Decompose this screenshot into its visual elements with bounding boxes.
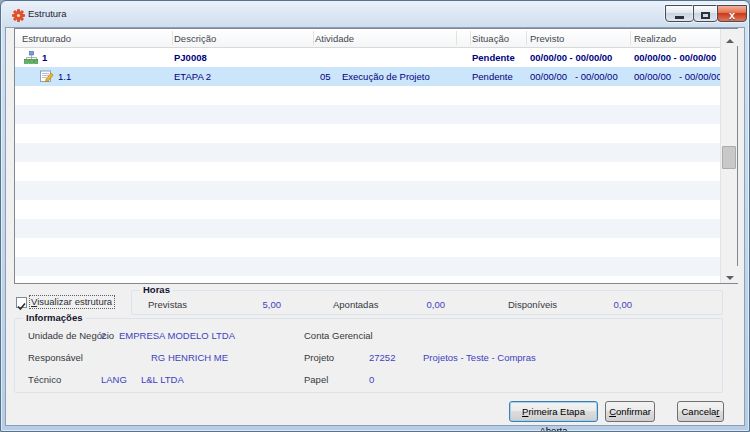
minimize-button[interactable] [665,5,694,22]
scrollbar-up-icon [726,39,734,43]
cell-previsto: 00/00/00 - 00/00/00 [530,71,618,82]
col-header-atividade[interactable]: Atividade [315,33,354,44]
maximize-icon [701,12,710,19]
scrollbar-thumb[interactable] [722,146,736,169]
informacoes-group-title: Informações [23,312,86,323]
col-header-previsto[interactable]: Previsto [530,33,564,44]
org-tree-icon [24,51,38,66]
col-header-descricao[interactable]: Descrição [174,33,216,44]
papel-value: 0 [369,374,374,385]
cell-atividade: Execução de Projeto [342,71,430,82]
responsavel-label: Responsável [28,352,83,363]
column-separator [172,31,173,45]
title-bar[interactable]: Estrutura [2,2,748,27]
col-header-situacao[interactable]: Situação [472,33,509,44]
col-header-estruturado[interactable]: Estruturado [22,33,71,44]
grid-row-project[interactable]: 1 PJ0008 Pendente 00/00/00 - 00/00/00 00… [15,48,720,67]
scroll-down-button[interactable] [721,266,738,283]
scrollbar-down-icon [726,276,734,280]
projeto-name: Projetos - Teste - Compras [423,352,536,363]
cell-realizado: 00/00/00 - 00/00/00 [634,52,716,63]
minimize-icon [675,16,684,19]
apontadas-label: Apontadas [333,299,378,310]
unidade-negocio-code: 2 [101,330,106,341]
conta-gerencial-label: Conta Gerencial [304,330,373,341]
cancelar-button[interactable]: Cancelar [677,401,724,422]
column-separator [526,31,527,45]
scroll-up-button[interactable] [721,29,738,46]
apontadas-value: 0,00 [395,299,445,310]
tecnico-label: Técnico [28,374,61,385]
col-header-realizado[interactable]: Realizado [634,33,676,44]
maximize-button[interactable] [693,5,718,22]
cell-atividade-cod: 05 [320,71,331,82]
grid-header: Estruturado Descrição Atividade Situação… [15,29,720,48]
structure-grid: Estruturado Descrição Atividade Situação… [14,28,738,284]
cell-realizado: 00/00/00 - 00/00/00 [634,71,722,82]
vertical-scrollbar[interactable] [720,29,737,283]
cell-situacao: Pendente [472,71,513,82]
unidade-negocio-name: EMPRESA MODELO LTDA [119,330,235,341]
previstas-value: 5,00 [231,299,281,310]
column-separator [456,31,457,45]
projeto-code: 27252 [369,352,395,363]
projeto-label: Projeto [304,352,334,363]
grid-row-stage-selected[interactable]: 1.1 ETAPA 2 05 Execução de Projeto Pende… [15,67,720,86]
window-title: Estrutura [28,8,67,19]
column-separator [313,31,314,45]
stage-edit-icon [40,70,54,85]
disponiveis-label: Disponíveis [508,299,557,310]
close-button[interactable]: x [717,5,747,22]
cell-situacao: Pendente [472,52,515,63]
estrutura-window: Estrutura x Estruturado Descrição Ativid… [0,0,750,432]
responsavel-name: RG HENRICH ME [151,352,228,363]
cell-descricao: PJ0008 [174,52,207,63]
disponiveis-value: 0,00 [582,299,632,310]
empty-rows [15,86,720,283]
tecnico-code: LANG [101,374,127,385]
visualizar-estrutura-checkbox[interactable] [16,297,27,308]
close-icon: x [729,9,735,21]
app-icon [12,8,25,26]
confirmar-button[interactable]: Confirmar [605,401,655,422]
primeira-etapa-aberta-button[interactable]: Primeira Etapa Aberta [509,401,598,422]
cell-estruturado: 1.1 [58,71,71,82]
papel-label: Papel [304,374,328,385]
tecnico-name: L&L LTDA [141,374,184,385]
previstas-label: Previstas [148,299,187,310]
checkmark-icon [17,302,26,311]
column-separator [630,31,631,45]
cell-previsto: 00/00/00 - 00/00/00 [530,52,612,63]
cell-estruturado: 1 [42,52,47,63]
column-separator [470,31,471,45]
horas-group-title: Horas [140,284,173,295]
visualizar-estrutura-label[interactable]: Visualizar estrutura [29,295,115,309]
cell-descricao: ETAPA 2 [174,71,211,82]
